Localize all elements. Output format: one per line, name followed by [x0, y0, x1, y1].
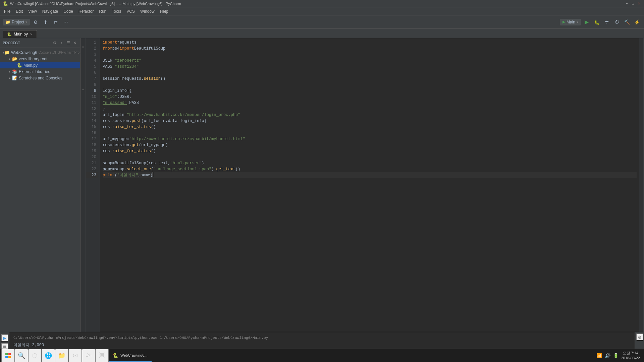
tree-arrow-scratches[interactable]: ▸	[7, 76, 12, 80]
minimize-button[interactable]: −	[625, 1, 629, 6]
edge-button[interactable]: 🌐	[42, 349, 55, 362]
menu-help[interactable]: Help	[157, 8, 171, 14]
mail-button[interactable]: ✉	[68, 349, 82, 362]
menu-tools[interactable]: Tools	[109, 8, 124, 14]
run-right-settings-button[interactable]: ⚙	[636, 334, 643, 341]
run-anything-button[interactable]: ⚡	[633, 18, 641, 26]
close-button[interactable]: ✕	[637, 1, 641, 6]
menu-window[interactable]: Window	[138, 8, 157, 14]
sidebar-filter-icon[interactable]: ☰	[65, 40, 71, 46]
profile-button[interactable]: ⏱	[612, 18, 621, 26]
code-line-16	[103, 130, 637, 136]
network-icon[interactable]: 📶	[596, 353, 602, 358]
gutter-line-15	[80, 123, 86, 129]
tree-label-scratches: Scratches and Consoles	[19, 76, 62, 80]
code-line-21: soup = BeautifulSoup(res.text, "html.par…	[103, 160, 637, 166]
tree-button[interactable]: ⬆	[41, 18, 50, 26]
gutter-line-8	[80, 80, 86, 86]
gutter-line-5	[80, 62, 86, 68]
gutter-line-6	[80, 68, 86, 74]
code-content[interactable]: import requests from bs4 import Beautifu…	[100, 38, 639, 332]
code-line-4: USER = "zerohertz"	[103, 58, 637, 64]
pycharm-app-label: WebCrawling6...	[120, 353, 148, 357]
right-scrollbar[interactable]	[639, 38, 644, 332]
code-line-7: session = requests.session()	[103, 76, 637, 82]
menu-file[interactable]: File	[1, 8, 13, 14]
gutter-line-23	[80, 171, 86, 177]
tab-close-icon[interactable]: ✕	[30, 33, 33, 36]
gutter-line-2[interactable]: ▼	[80, 44, 86, 50]
gutter-line-9[interactable]: ▼	[80, 86, 86, 93]
explorer-button[interactable]: 📁	[55, 349, 68, 362]
coverage-button[interactable]: ☂	[602, 18, 611, 26]
menu-refactor[interactable]: Refactor	[76, 8, 96, 14]
windows-start-button[interactable]	[1, 349, 15, 362]
code-line-14: res = session.post(url_login, data=login…	[103, 118, 637, 124]
debug-button[interactable]: 🐛	[592, 18, 601, 26]
sidebar-settings-icon[interactable]: ⚙	[52, 40, 57, 46]
tree-item-extlibs[interactable]: ▸ 📚 External Libraries	[0, 68, 80, 75]
tree-path-webcrawling6: C:\Users\OHG\PycharmPro...	[39, 51, 80, 54]
toolbar: 📁 Project ▾ ⚙ ⬆ ⇄ ⋯ ▶ Main ▾ ▶ 🐛 ☂ ⏱ 🔨 ⚡	[0, 15, 644, 29]
tree-item-webcrawling6[interactable]: ▾ 📁 WebCrawling6 C:\Users\OHG\PycharmPro…	[0, 49, 80, 56]
code-line-18: res = session.get(url_mypage)	[103, 142, 637, 148]
code-line-5: PASS = "ssdf1234"	[103, 64, 637, 70]
tree-item-scratches[interactable]: ▸ 📝 Scratches and Consoles	[0, 75, 80, 81]
gutter-line-17	[80, 135, 86, 141]
svg-rect-2	[5, 356, 8, 358]
project-selector[interactable]: 📁 Project ▾	[3, 19, 30, 25]
tree-arrow-venv[interactable]: ▸	[7, 57, 12, 61]
pycharm-taskbar-app[interactable]: 🐍 WebCrawling6...	[109, 350, 152, 362]
sidebar-expand-icon[interactable]: ↕	[59, 40, 64, 46]
pycharm-app-icon: 🐍	[113, 353, 118, 358]
gutter-line-1	[80, 38, 86, 44]
settings-button[interactable]: ⚙	[31, 18, 40, 26]
gutter-line-3	[80, 50, 86, 56]
tree-item-venv[interactable]: ▸ 📂 venv library root	[0, 56, 80, 62]
tree-item-mainpy[interactable]: 🐍 Main.py	[0, 62, 80, 68]
code-editor: ▼ ▼	[80, 38, 644, 332]
menu-vcs[interactable]: VCS	[124, 8, 138, 14]
line-numbers: 1 2 3 4 5 6 7 8 9 10 11 12 13 14 15 16 1…	[86, 38, 100, 332]
code-line-3	[103, 52, 637, 58]
code-line-23: print("마일리지", name)	[103, 172, 637, 178]
run-button[interactable]: ▶	[582, 18, 591, 26]
system-tray: 📶 🔊 🔋 오전 7:14 2018-08-22	[594, 351, 643, 360]
venv-icon: 📂	[12, 56, 17, 61]
menu-run[interactable]: Run	[96, 8, 109, 14]
code-line-12: }	[103, 106, 637, 112]
code-line-2: from bs4 import BeautifulSoup	[103, 46, 637, 52]
svg-rect-3	[8, 356, 11, 358]
gutter-line-13	[80, 111, 86, 117]
tree-arrow-extlibs[interactable]: ▸	[7, 70, 12, 73]
photos-button[interactable]: 🖼	[95, 349, 109, 362]
code-line-1: import requests	[103, 40, 637, 46]
project-label: Project	[12, 20, 24, 24]
svg-rect-0	[5, 353, 8, 355]
sync-button[interactable]: ⇄	[51, 18, 60, 26]
tab-bar: 🐍 Main.py ✕	[0, 29, 644, 38]
more-button[interactable]: ⋯	[61, 18, 70, 26]
build-button[interactable]: 🔨	[623, 18, 631, 26]
code-line-10: "m_id": USER,	[103, 94, 637, 100]
menu-navigate[interactable]: Navigate	[40, 8, 61, 14]
volume-icon[interactable]: 🔊	[605, 353, 610, 358]
system-clock[interactable]: 오전 7:14 2018-08-22	[621, 351, 640, 360]
store-button[interactable]: 🛍	[82, 349, 95, 362]
run-play-button[interactable]: ▶	[1, 334, 8, 342]
tree-label-extlibs: External Libraries	[19, 69, 50, 74]
taskview-button[interactable]: ⬡	[28, 349, 42, 362]
tab-mainpy[interactable]: 🐍 Main.py ✕	[3, 30, 37, 38]
sidebar-icons: ⚙ ↕ ☰ ✕	[52, 40, 77, 46]
maximize-button[interactable]: □	[631, 1, 635, 6]
gutter-line-18	[80, 141, 86, 147]
code-line-19: res.raise_for_status()	[103, 148, 637, 154]
menu-edit[interactable]: Edit	[13, 8, 25, 14]
menu-code[interactable]: Code	[61, 8, 76, 14]
search-button[interactable]: 🔍	[15, 349, 28, 362]
gutter-line-16	[80, 129, 86, 135]
run-config-selector[interactable]: ▶ Main ▾	[560, 19, 581, 25]
menu-view[interactable]: View	[25, 8, 40, 14]
sidebar-header: Project ⚙ ↕ ☰ ✕	[0, 38, 80, 48]
sidebar-close-icon[interactable]: ✕	[72, 40, 77, 46]
